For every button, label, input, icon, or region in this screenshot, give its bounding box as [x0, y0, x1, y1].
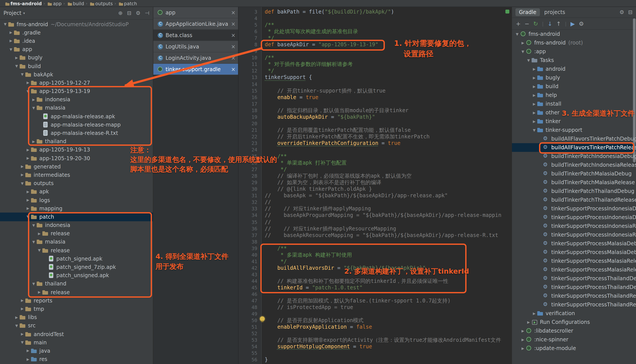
chevron-collapsed-icon[interactable]: ▶: [31, 140, 36, 143]
gradle-tree-row[interactable]: ▶build: [512, 82, 636, 91]
project-tree-row[interactable]: ▼src: [0, 322, 153, 330]
code-line[interactable]: // baseApkProguardMapping = "${bakPath}/…: [265, 212, 511, 219]
intention-bulb-icon[interactable]: [260, 316, 265, 321]
chevron-collapsed-icon[interactable]: ▶: [37, 290, 42, 294]
chevron-collapsed-icon[interactable]: ▶: [532, 119, 537, 123]
editor-tab[interactable]: Beta.class×: [153, 30, 238, 41]
gradle-tree-row[interactable]: ▶fms-android (root): [512, 38, 636, 47]
chevron-expanded-icon[interactable]: ▼: [532, 128, 537, 132]
tab-gradle[interactable]: Gradle: [515, 8, 540, 16]
code-line[interactable]: [265, 120, 511, 127]
chevron-collapsed-icon[interactable]: ▶: [20, 332, 25, 336]
gradle-tree-row[interactable]: ▶:update-module: [512, 344, 636, 353]
project-tree-row[interactable]: ▶app-1205-19-19-13: [0, 146, 153, 154]
gradle-tree-row[interactable]: ▼:app: [512, 47, 636, 56]
breadcrumb-item[interactable]: fms-android: [4, 1, 43, 6]
project-tree-row[interactable]: ▼build: [0, 62, 153, 70]
project-tree-row[interactable]: ▶androidTest: [0, 330, 153, 338]
project-tree-row[interactable]: ▶reports: [0, 296, 153, 305]
code-line[interactable]: */: [265, 166, 511, 173]
chevron-expanded-icon[interactable]: ▼: [14, 64, 19, 68]
gradle-tree-row[interactable]: buildTinkerPatchIndonesiaDebug (After S: [512, 152, 636, 160]
code-line[interactable]: // // 对应tinker插件applyResourceMapping: [265, 226, 511, 232]
code-line[interactable]: // 是否启用覆盖tinkerPatch配置功能，默认值false: [265, 127, 511, 134]
gradle-tree-row[interactable]: tinkerSupportProcessIndonesiaDebugPro: [512, 213, 636, 222]
gradle-tree-row[interactable]: tinkerSupportProcessMalasiaDebugManif: [512, 239, 636, 248]
project-tree-row[interactable]: ▶app-1205-19-20-30: [0, 154, 153, 162]
project-tree-row[interactable]: ▼outputs: [0, 179, 153, 188]
close-tab-icon[interactable]: ×: [228, 44, 235, 50]
code-line[interactable]: * 单渠道apk 打补丁包配置: [265, 160, 511, 166]
scrollbar-thumb[interactable]: [633, 18, 635, 162]
project-tree-row[interactable]: ▶apk: [0, 188, 153, 196]
chevron-collapsed-icon[interactable]: ▶: [25, 190, 31, 194]
project-tree-row[interactable]: ▶thailand: [0, 137, 153, 146]
gradle-tree-row[interactable]: ▶install: [512, 100, 636, 108]
code-line[interactable]: [265, 15, 511, 22]
project-tree-row[interactable]: patch_unsigned.apk: [0, 271, 153, 280]
hide-panel-icon[interactable]: ⊣: [145, 10, 149, 16]
code-line[interactable]: // 编译补丁包时，必须指定基线版本的apk，默认值为空: [265, 173, 511, 180]
code-line[interactable]: overrideTinkerPatchConfiguration = true: [265, 140, 511, 147]
chevron-collapsed-icon[interactable]: ▶: [520, 41, 525, 45]
gradle-view-options-icon[interactable]: ⚙: [579, 20, 584, 27]
gradle-tree-row[interactable]: ▼fms-android: [512, 30, 636, 38]
code-line[interactable]: // 是否启用加固模式，默认为false.(tinker-spport 1.0.…: [265, 298, 511, 304]
project-tree-row[interactable]: ▶release: [0, 229, 153, 238]
gradle-tree-row[interactable]: ▶bugly: [512, 73, 636, 82]
chevron-expanded-icon[interactable]: ▼: [31, 282, 36, 286]
gradle-tree-row[interactable]: tinkerSupportProcessThailandDebugMan: [512, 274, 636, 283]
code-line[interactable]: */: [265, 68, 511, 74]
chevron-collapsed-icon[interactable]: ▶: [526, 320, 531, 324]
project-tree-row[interactable]: ▼release: [0, 246, 153, 254]
gradle-tree-row[interactable]: buildTinkerPatchIndonesiaRelease: [512, 160, 636, 169]
gradle-tree-row[interactable]: ▶tinker: [512, 117, 636, 126]
gradle-tree-row[interactable]: ▶Run Configurations: [512, 318, 636, 326]
chevron-collapsed-icon[interactable]: ▶: [14, 315, 19, 319]
code-line[interactable]: * 多渠道apk 构建补丁时使用: [265, 252, 511, 258]
breadcrumb-item[interactable]: patch: [117, 1, 138, 6]
gradle-tree-row[interactable]: ▶verification: [512, 309, 636, 318]
chevron-collapsed-icon[interactable]: ▶: [532, 67, 537, 71]
gradle-tree-row[interactable]: ▶help: [512, 91, 636, 100]
chevron-collapsed-icon[interactable]: ▶: [532, 93, 537, 97]
code-line[interactable]: }: [265, 357, 511, 363]
code-line[interactable]: // 如果为空，则表示不是进行补丁包的编译: [265, 180, 511, 186]
run-gradle-task-icon[interactable]: ▶: [570, 20, 575, 27]
code-line[interactable]: buildAllFlavorsDir = "${bakPath}/${baseA…: [265, 265, 511, 272]
gradle-tree-row[interactable]: ▶other: [512, 108, 636, 117]
code-line[interactable]: /**: [265, 153, 511, 160]
chevron-collapsed-icon[interactable]: ▶: [532, 312, 537, 315]
code-line[interactable]: //: [265, 199, 511, 206]
breadcrumb-item[interactable]: outputs: [88, 1, 114, 6]
editor-tab[interactable]: LogUtils.java×: [153, 41, 238, 52]
project-tree-row[interactable]: app-malasia-release.apk: [0, 112, 153, 120]
chevron-expanded-icon[interactable]: ▼: [515, 32, 520, 36]
breadcrumb-item[interactable]: app: [46, 1, 63, 6]
close-tab-icon[interactable]: ×: [228, 55, 235, 61]
chevron-expanded-icon[interactable]: ▼: [25, 215, 31, 219]
refresh-all-gradle-projects-icon[interactable]: ↻: [533, 20, 538, 27]
project-tree-row[interactable]: ▼indonesia: [0, 221, 153, 229]
chevron-collapsed-icon[interactable]: ▶: [25, 357, 31, 361]
project-tree-row[interactable]: ▶mapping: [0, 204, 153, 212]
gradle-tree-row[interactable]: tinkerSupportProcessThailandReleasePro: [512, 300, 636, 309]
project-tree-row[interactable]: ▼bakApk: [0, 70, 153, 78]
chevron-collapsed-icon[interactable]: ▶: [20, 299, 25, 303]
editor-tab[interactable]: AppApplicationLike.java×: [153, 18, 238, 30]
code-line[interactable]: // 构建基准包和补丁包都要指定不同的tinkerId，并且必须保证唯一性: [265, 278, 511, 284]
chevron-expanded-icon[interactable]: ▼: [14, 324, 19, 328]
code-line[interactable]: */: [265, 258, 511, 265]
project-tree-row[interactable]: ▶generated: [0, 162, 153, 171]
project-tree-row[interactable]: ▶.gradle: [0, 28, 153, 37]
gradle-tree-row[interactable]: ▶:libdatescroller: [512, 326, 636, 335]
project-tree-row[interactable]: ▶bugly: [0, 54, 153, 62]
project-tree-row[interactable]: ▶indonesia: [0, 95, 153, 104]
project-tree-row[interactable]: ▶libs: [0, 313, 153, 322]
code-line[interactable]: [265, 81, 511, 88]
project-tree-row[interactable]: ▶res: [0, 355, 153, 363]
inspection-status-icon[interactable]: [505, 10, 509, 14]
chevron-collapsed-icon[interactable]: ▶: [31, 98, 36, 102]
chevron-collapsed-icon[interactable]: ▶: [520, 329, 525, 333]
project-tree-row[interactable]: ▼fms-android~/Documents/AndroidStudioP: [0, 20, 153, 28]
